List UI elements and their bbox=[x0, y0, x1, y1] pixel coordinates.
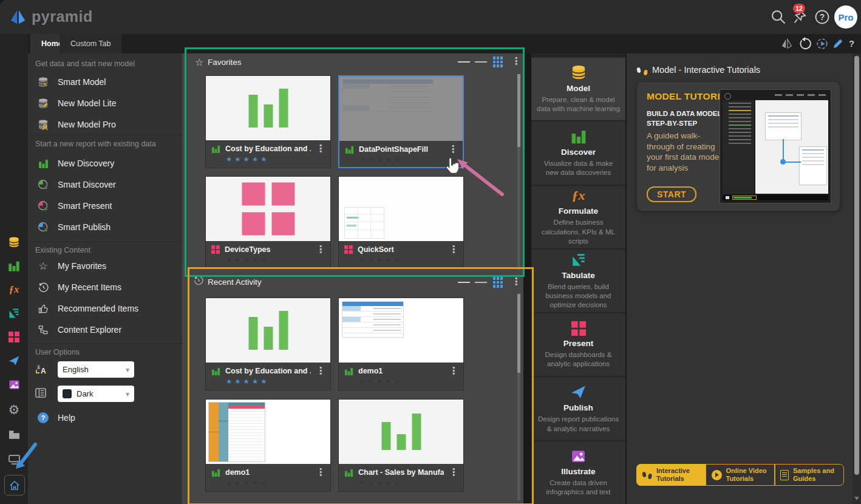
tutorial-tab-bar: Interactive Tutorials Online Video Tutor… bbox=[636, 464, 844, 486]
menu-item-help[interactable]: ? Help bbox=[28, 409, 182, 426]
rail-illustrate-icon[interactable] bbox=[0, 375, 28, 393]
tile-menu-icon[interactable]: ⋮ bbox=[449, 245, 458, 254]
menu-item-smart-present[interactable]: Smart Present bbox=[28, 197, 182, 214]
footprints-icon bbox=[642, 471, 652, 479]
rail-discover-icon[interactable] bbox=[0, 257, 28, 275]
flip-layout-icon[interactable] bbox=[780, 37, 794, 50]
favorites-menu-icon[interactable]: ⋮ bbox=[510, 56, 522, 67]
menu-item-my-favorites[interactable]: ☆ My Favorites bbox=[28, 257, 182, 274]
notification-count-badge[interactable]: 12 bbox=[793, 4, 805, 13]
tab-online-video-tutorials[interactable]: Online Video Tutorials bbox=[706, 464, 775, 486]
menu-item-new-model-lite[interactable]: New Model Lite bbox=[28, 95, 182, 112]
theme-icon bbox=[35, 388, 51, 400]
theme-select[interactable]: Dark ▾ bbox=[58, 386, 134, 402]
connector-dot bbox=[780, 159, 786, 165]
help-circle-icon: ? bbox=[35, 412, 51, 423]
tile-rating-stars[interactable]: ★★★★★ bbox=[359, 377, 458, 386]
menu-item-smart-model[interactable]: Smart Model bbox=[28, 73, 182, 90]
window-scrollbar[interactable] bbox=[852, 53, 861, 504]
rail-model-icon[interactable] bbox=[0, 233, 28, 251]
play-circle-icon bbox=[712, 470, 722, 480]
help-toolbar-icon[interactable]: ? bbox=[849, 38, 861, 52]
tab-interactive-tutorials[interactable]: Interactive Tutorials bbox=[636, 464, 706, 486]
tile-rating-stars[interactable]: ★★★★★ bbox=[226, 478, 325, 487]
tile-quicksort[interactable]: QuickSort ⋮ ★★★★★ bbox=[338, 176, 464, 269]
bar-chart-icon bbox=[211, 145, 220, 154]
module-card-present[interactable]: Present Design dashboards & analytic app… bbox=[531, 313, 625, 376]
rail-home-button[interactable] bbox=[4, 475, 25, 495]
favorites-star-icon: ☆ bbox=[195, 56, 203, 68]
rail-present-icon[interactable] bbox=[0, 328, 28, 346]
recent-section-title: Recent Activity bbox=[208, 278, 262, 287]
recent-scrollbar[interactable] bbox=[517, 294, 520, 500]
menu-item-new-discovery[interactable]: New Discovery bbox=[28, 155, 182, 172]
tile-cost-by-education-recent[interactable]: Cost by Education and ... ⋮ ★★★★★ bbox=[205, 298, 331, 390]
module-card-discover[interactable]: Discover Visualize data & make new data … bbox=[531, 121, 625, 184]
user-avatar[interactable]: Pro bbox=[834, 5, 857, 29]
tile-menu-icon[interactable]: ⋮ bbox=[316, 245, 325, 254]
tile-menu-icon[interactable]: ⋮ bbox=[316, 468, 325, 477]
tile-rating-stars[interactable]: ★★★★★ bbox=[226, 155, 325, 163]
tutorial-subtitle: BUILD A DATA MODEL STEP-BY-STEP bbox=[647, 109, 724, 128]
view-cards-icon[interactable] bbox=[475, 277, 487, 288]
tile-rating-stars[interactable]: ★★★★★ bbox=[226, 377, 325, 386]
module-card-model[interactable]: Model Prepare, clean & model data with m… bbox=[531, 58, 625, 120]
module-card-illustrate[interactable]: Illustrate Create data driven infographi… bbox=[531, 441, 625, 504]
language-select[interactable]: English ▾ bbox=[58, 361, 134, 378]
tab-custom[interactable]: Custom Tab bbox=[60, 34, 121, 53]
module-card-formulate[interactable]: ƒx Formulate Define business calculation… bbox=[531, 186, 625, 248]
menu-item-smart-publish[interactable]: Smart Publish bbox=[28, 219, 182, 236]
rail-admin-gear-icon[interactable]: ⚙ bbox=[0, 401, 28, 419]
scrollbar-thumb[interactable] bbox=[854, 56, 859, 475]
tile-cost-by-education-fav[interactable]: Cost by Education and ... ⋮ ★★★★★ bbox=[205, 75, 331, 168]
tile-menu-icon[interactable]: ⋮ bbox=[448, 145, 458, 154]
refresh-icon[interactable] bbox=[815, 37, 829, 50]
module-card-publish[interactable]: Publish Design report publications & ana… bbox=[531, 377, 625, 440]
tile-menu-icon[interactable]: ⋮ bbox=[449, 366, 458, 376]
tile-menu-icon[interactable]: ⋮ bbox=[316, 366, 325, 376]
tile-chart-sales-by-manufacturer[interactable]: Chart - Sales by Manufa... ⋮ ★★★★★ bbox=[338, 399, 464, 492]
module-card-tabulate[interactable]: Tabulate Blend queries, build business m… bbox=[531, 250, 625, 312]
rail-publish-icon[interactable] bbox=[0, 352, 28, 370]
menu-item-new-model-pro[interactable]: New Model Pro bbox=[28, 116, 182, 133]
recent-menu-icon[interactable]: ⋮ bbox=[510, 276, 522, 287]
reset-icon[interactable] bbox=[798, 37, 812, 50]
tile-rating-stars[interactable]: ★★★★★ bbox=[359, 155, 458, 164]
favorites-scrollbar[interactable] bbox=[517, 74, 520, 270]
home-side-panel: Get data and start new model Smart Model… bbox=[28, 53, 182, 504]
home-icon bbox=[9, 480, 20, 491]
tile-demo1-table[interactable]: demo1 ⋮ ★★★★★ bbox=[338, 298, 464, 390]
scroll-down-arrow-icon[interactable] bbox=[854, 497, 859, 500]
favorites-section-title: Favorites bbox=[208, 58, 242, 67]
svg-text:x̄: x̄ bbox=[37, 364, 40, 370]
view-grid-icon[interactable] bbox=[492, 56, 504, 67]
tile-rating-stars[interactable]: ★★★★★ bbox=[359, 478, 458, 487]
tile-demo1-grid[interactable]: demo1 ⋮ ★★★★★ bbox=[205, 399, 331, 492]
tile-devicetypes[interactable]: DeviceTypes ⋮ ★★★★★ bbox=[205, 176, 331, 269]
start-tutorial-button[interactable]: START bbox=[647, 186, 696, 202]
thumbnail-pivot-grid bbox=[208, 402, 265, 462]
edit-pencil-icon[interactable] bbox=[831, 37, 845, 50]
view-list-icon[interactable] bbox=[458, 277, 470, 288]
view-grid-icon[interactable] bbox=[492, 277, 504, 288]
language-icon: x̄A bbox=[35, 364, 51, 377]
menu-item-recommended-items[interactable]: Recommended Items bbox=[28, 300, 182, 317]
help-icon[interactable]: ? bbox=[814, 9, 831, 26]
tile-rating-stars[interactable]: ★★★★★ bbox=[226, 256, 325, 264]
tile-datapointshapefill[interactable]: DataPointShapeFill ⋮ ★★★★★ bbox=[338, 75, 464, 168]
tab-samples-and-guides[interactable]: Samples and Guides bbox=[774, 464, 844, 486]
tile-rating-stars[interactable]: ★★★★★ bbox=[359, 256, 458, 264]
view-cards-icon[interactable] bbox=[475, 56, 487, 67]
database-person-icon bbox=[35, 119, 51, 131]
rail-content-folder-icon[interactable] bbox=[0, 426, 28, 444]
rail-tabulate-icon[interactable] bbox=[0, 304, 28, 322]
rail-desktop-icon[interactable] bbox=[0, 451, 28, 469]
search-icon[interactable] bbox=[770, 9, 787, 26]
rail-formulate-icon[interactable]: ƒx bbox=[0, 281, 28, 299]
menu-item-my-recent-items[interactable]: My Recent Items bbox=[28, 279, 182, 296]
tile-menu-icon[interactable]: ⋮ bbox=[316, 144, 325, 154]
menu-item-smart-discover[interactable]: Smart Discover bbox=[28, 176, 182, 193]
tile-menu-icon[interactable]: ⋮ bbox=[449, 468, 458, 477]
view-list-icon[interactable] bbox=[458, 56, 470, 67]
menu-item-content-explorer[interactable]: Content Explorer bbox=[28, 321, 182, 338]
